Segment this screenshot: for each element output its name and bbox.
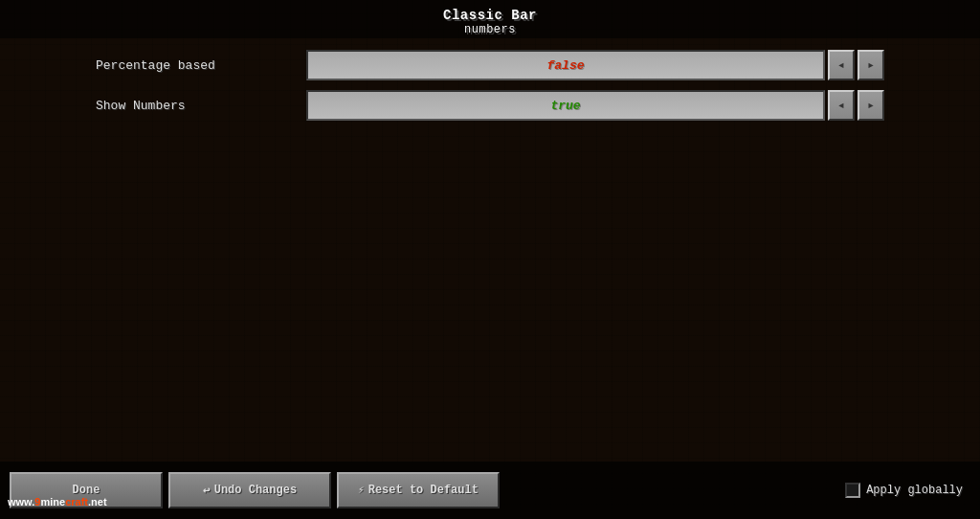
setting-value-shownumbers: true: [550, 99, 580, 113]
page-title-main: Classic Bar: [0, 8, 980, 23]
apply-globally-label[interactable]: Apply globally: [866, 484, 963, 497]
arrow-right-icon-2: [868, 100, 873, 111]
setting-value-percentage: false: [546, 58, 584, 73]
watermark: www.9minecraft.net: [8, 496, 107, 508]
setting-label-shownumbers: Show Numbers: [96, 99, 306, 113]
undo-label: Undo Changes: [214, 484, 297, 497]
setting-control-percentage[interactable]: false: [306, 50, 825, 80]
shownumbers-next-btn[interactable]: [858, 90, 884, 121]
setting-label-percentage: Percentage based: [96, 58, 306, 73]
setting-control-shownumbers[interactable]: true: [306, 90, 825, 121]
percentage-next-btn[interactable]: [858, 50, 884, 80]
arrow-left-icon: [838, 59, 843, 71]
apply-globally-area: Apply globally: [845, 483, 970, 498]
apply-globally-checkbox[interactable]: [845, 483, 860, 498]
settings-area: Percentage based false Show Numbers true: [96, 48, 884, 128]
shownumbers-prev-btn[interactable]: [828, 90, 855, 121]
reset-label: Reset to Default: [368, 484, 479, 497]
arrow-right-icon: [868, 59, 873, 71]
reset-default-button[interactable]: Reset to Default: [337, 472, 500, 508]
percentage-prev-btn[interactable]: [828, 50, 855, 80]
reset-icon: [358, 484, 365, 497]
setting-row-shownumbers: Show Numbers true: [96, 88, 884, 123]
bottom-bar: Done Undo Changes Reset to Default Apply…: [0, 462, 980, 519]
undo-changes-button[interactable]: Undo Changes: [168, 472, 331, 508]
title-area: Classic Bar numbers: [0, 8, 980, 36]
setting-row-percentage: Percentage based false: [96, 48, 884, 82]
undo-icon: [203, 483, 211, 498]
arrow-left-icon-2: [838, 100, 843, 111]
page-title-sub: numbers: [0, 23, 980, 36]
